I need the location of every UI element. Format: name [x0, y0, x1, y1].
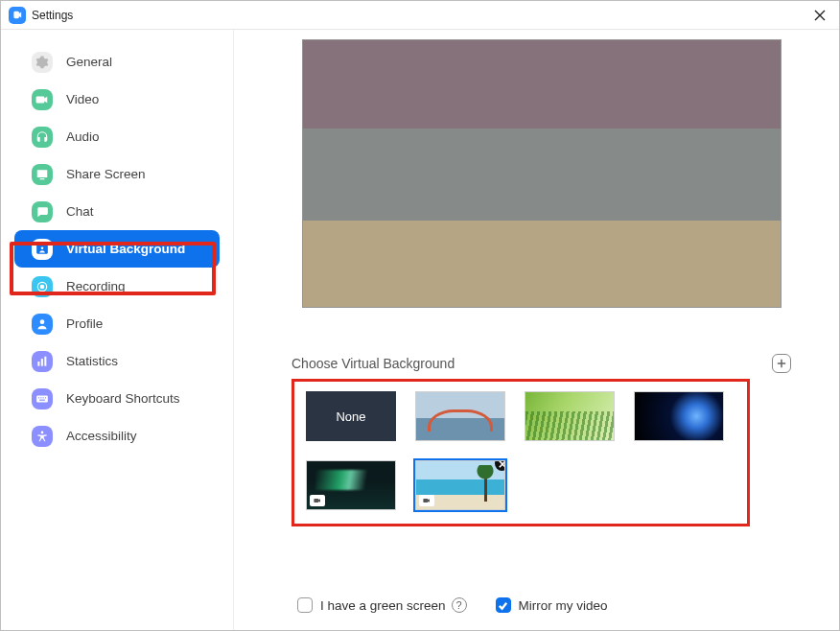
- sidebar-item-virtual-background[interactable]: Virtual Background: [14, 230, 220, 268]
- app-icon: [9, 7, 26, 24]
- sidebar-item-label: Recording: [66, 279, 126, 293]
- background-thumb-grass[interactable]: [525, 391, 615, 441]
- add-background-button[interactable]: [772, 354, 791, 373]
- statistics-icon: [32, 351, 53, 372]
- main-panel: Choose Virtual Background None: [234, 30, 839, 630]
- profile-icon: [32, 314, 53, 335]
- background-thumbnails: None: [306, 391, 735, 510]
- mirror-video-label: Mirror my video: [519, 598, 608, 613]
- sidebar-item-label: Profile: [66, 316, 103, 331]
- svg-point-4: [40, 319, 45, 324]
- mirror-video-checkbox[interactable]: Mirror my video: [496, 597, 608, 613]
- thumb-none-label: None: [336, 409, 365, 424]
- svg-rect-8: [36, 395, 48, 402]
- sidebar-item-label: Chat: [66, 204, 94, 219]
- keyboard-icon: [32, 388, 53, 409]
- svg-rect-13: [39, 399, 45, 400]
- checkbox-box: [297, 597, 313, 613]
- sidebar-item-label: Accessibility: [66, 429, 137, 443]
- checkbox-box: [496, 597, 511, 613]
- recording-icon: [32, 276, 53, 297]
- svg-rect-6: [41, 359, 43, 366]
- video-badge-icon: [310, 495, 325, 506]
- video-badge-icon: [419, 495, 434, 506]
- sidebar-item-label: Keyboard Shortcuts: [66, 391, 180, 406]
- sidebar-item-recording[interactable]: Recording: [14, 268, 220, 305]
- delete-thumb-button[interactable]: [495, 460, 505, 471]
- sidebar-item-general[interactable]: General: [14, 43, 220, 81]
- green-screen-label: I have a green screen: [320, 598, 446, 613]
- sidebar-item-label: Statistics: [66, 354, 118, 368]
- sidebar-item-chat[interactable]: Chat: [14, 193, 220, 230]
- sidebar-item-accessibility[interactable]: Accessibility: [14, 417, 220, 455]
- background-thumb-earth[interactable]: [634, 391, 724, 441]
- svg-rect-5: [37, 362, 39, 366]
- sidebar-item-label: Share Screen: [66, 167, 146, 181]
- svg-rect-11: [43, 397, 44, 398]
- settings-window: Settings General Video: [0, 0, 840, 631]
- preview-band: [303, 40, 781, 129]
- sidebar-item-video[interactable]: Video: [14, 81, 220, 118]
- svg-point-1: [41, 246, 44, 249]
- video-preview: [302, 39, 782, 308]
- sidebar-item-keyboard-shortcuts[interactable]: Keyboard Shortcuts: [14, 380, 220, 417]
- sidebar-item-label: Audio: [66, 129, 100, 144]
- share-screen-icon: [32, 164, 53, 185]
- preview-band: [303, 221, 781, 308]
- svg-rect-7: [44, 356, 46, 365]
- help-icon[interactable]: ?: [452, 597, 467, 613]
- svg-point-14: [41, 431, 44, 433]
- sidebar-item-statistics[interactable]: Statistics: [14, 342, 220, 380]
- background-thumb-none[interactable]: None: [306, 391, 396, 441]
- close-button[interactable]: [808, 4, 831, 27]
- svg-rect-9: [38, 397, 39, 398]
- titlebar: Settings: [1, 1, 839, 30]
- svg-rect-10: [40, 397, 41, 398]
- gear-icon: [32, 52, 53, 73]
- svg-rect-12: [45, 397, 46, 398]
- sidebar-item-share-screen[interactable]: Share Screen: [14, 155, 220, 193]
- sidebar-item-label: Video: [66, 92, 99, 106]
- background-thumb-aurora[interactable]: [306, 460, 396, 510]
- window-title: Settings: [32, 9, 73, 22]
- choose-background-label: Choose Virtual Background: [292, 356, 772, 371]
- background-thumb-beach[interactable]: [415, 460, 505, 510]
- headphones-icon: [32, 127, 53, 148]
- sidebar-item-label: Virtual Background: [66, 242, 185, 256]
- annotation-thumbs-highlight: None: [292, 379, 750, 526]
- sidebar-item-profile[interactable]: Profile: [14, 305, 220, 342]
- preview-band: [303, 129, 781, 221]
- svg-point-3: [40, 285, 44, 289]
- chat-icon: [32, 201, 53, 222]
- green-screen-checkbox[interactable]: I have a green screen ?: [297, 597, 467, 613]
- background-thumb-golden-gate[interactable]: [415, 391, 505, 441]
- video-icon: [32, 89, 53, 110]
- content: General Video Audio Share Screen: [1, 30, 839, 630]
- sidebar: General Video Audio Share Screen: [1, 30, 234, 630]
- footer-options: I have a green screen ? Mirror my video: [292, 597, 791, 613]
- sidebar-item-audio[interactable]: Audio: [14, 118, 220, 155]
- sidebar-item-label: General: [66, 55, 112, 69]
- virtual-background-icon: [32, 239, 53, 260]
- accessibility-icon: [32, 426, 53, 447]
